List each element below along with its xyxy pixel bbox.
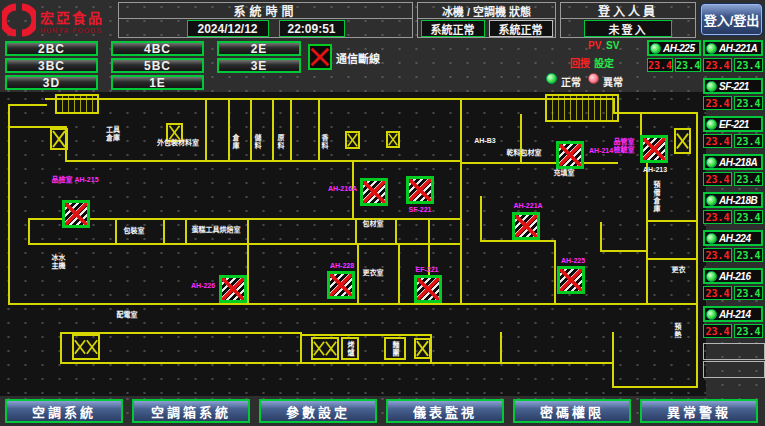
abnormal-legend-label: 異常: [603, 74, 623, 89]
disconnect-marker-ah-213[interactable]: [640, 135, 668, 163]
unit-status-ah-216[interactable]: AH-216: [703, 268, 763, 284]
nav-parameter-settings-button[interactable]: 參數設定: [259, 399, 377, 423]
shaft-double-icon: [311, 337, 339, 360]
unit-status-ef-221[interactable]: EF-221: [703, 116, 763, 132]
pv-value: 23.4: [703, 286, 732, 300]
pv-value: 23.4: [703, 248, 732, 262]
unit-status-ah-218a[interactable]: AH-218A: [703, 154, 763, 170]
empty-slot: [703, 343, 765, 360]
room-label: 更衣: [670, 266, 687, 274]
room-box: 烤爐: [341, 337, 359, 360]
empty-slot: [703, 361, 765, 378]
disconnect-marker-ah-226[interactable]: [219, 275, 247, 303]
unit-name: AH-218B: [719, 195, 757, 206]
login-label: 登入人員: [561, 3, 695, 19]
status-led-icon: [706, 43, 717, 54]
unit-name: EF-221: [719, 119, 749, 130]
disconnect-marker-ah-215[interactable]: [62, 200, 90, 228]
brand-name-en: HUNYA FOODS: [40, 27, 104, 34]
disconnect-marker-ah-228[interactable]: [327, 271, 355, 299]
chiller-status-value: 系統正常: [421, 20, 485, 37]
sv-value: 23.4: [675, 58, 701, 72]
room-label: AH-213: [640, 166, 670, 174]
disconnect-marker-ef-221[interactable]: [414, 275, 442, 303]
unit-status-ah-225[interactable]: AH-225: [647, 40, 701, 56]
login-status-value: 未登入: [584, 20, 672, 37]
disconnect-legend-icon: [308, 44, 332, 70]
marker-label: AH-216A: [326, 185, 359, 193]
pv-value: 23.4: [703, 172, 732, 186]
disconnect-marker-ah-216a[interactable]: [360, 178, 388, 206]
disconnect-marker-ah-221a[interactable]: [512, 212, 540, 240]
nav-ahu-system-button[interactable]: 空調箱系統: [132, 399, 250, 423]
floor-button-2bc[interactable]: 2BC: [5, 41, 98, 56]
pv-label: PV: [588, 40, 601, 51]
login-section: 登入人員 未登入: [560, 2, 696, 38]
unit-name: SF-221: [719, 81, 749, 92]
room-label: 儲料: [253, 128, 261, 156]
room-label: 倉庫: [231, 128, 239, 156]
floor-plan: 烤爐 麵團 品檢室 AH-215 AH-216A SF-221 AH-214 品…: [0, 92, 706, 396]
floor-button-3bc[interactable]: 3BC: [5, 58, 98, 73]
room-box: 麵團: [384, 337, 406, 360]
floor-button-1e[interactable]: 1E: [111, 75, 204, 90]
marker-label: EF-221: [412, 266, 442, 274]
nav-hvac-system-button[interactable]: 空調系統: [5, 399, 123, 423]
stair-icon: [55, 94, 99, 114]
room-label-dough: 麵團: [390, 341, 400, 357]
nav-alarm-button[interactable]: 異常警報: [640, 399, 758, 423]
unit-values: 23.4 23.4: [703, 172, 763, 186]
unit-values: 23.4 23.4: [703, 248, 763, 262]
unit-name: AH-218A: [719, 157, 757, 168]
floor-button-2e[interactable]: 2E: [217, 41, 301, 56]
unit-status-ah-214[interactable]: AH-214: [703, 306, 763, 322]
normal-legend-label: 正常: [561, 74, 581, 89]
unit-status-ah-218b[interactable]: AH-218B: [703, 192, 763, 208]
sv-value: 23.4: [734, 248, 763, 262]
sv-value: 23.4: [734, 172, 763, 186]
disconnect-marker-ah-214[interactable]: [556, 141, 584, 169]
unit-status-ah-224[interactable]: AH-224: [703, 230, 763, 246]
nav-password-permission-button[interactable]: 密碼權限: [513, 399, 631, 423]
login-logout-button[interactable]: 登入/登出: [701, 4, 762, 35]
unit-values: 23.4 23.4: [703, 324, 763, 338]
status-led-icon: [650, 43, 661, 54]
floor-button-3d[interactable]: 3D: [5, 75, 98, 90]
sv-label: SV: [606, 40, 619, 51]
disconnect-legend-label: 通信斷線: [336, 50, 380, 66]
unit-values: 23.4 23.4: [703, 134, 763, 148]
marker-label: AH-225: [556, 257, 590, 265]
room-label: 蛋糕工具烘焙室: [188, 226, 244, 234]
shaft-icon: [386, 131, 400, 148]
disconnect-marker-sf-221[interactable]: [406, 176, 434, 204]
unit-name: AH-224: [719, 233, 750, 244]
floor-button-3e[interactable]: 3E: [217, 58, 301, 73]
shaft-icon: [345, 131, 360, 149]
marker-label: 品管室 檢驗室: [612, 138, 636, 154]
sv-value: 23.4: [734, 324, 763, 338]
nav-meter-monitor-button[interactable]: 儀表監視: [386, 399, 504, 423]
unit-status-sf-221[interactable]: SF-221: [703, 78, 763, 94]
brand-name: 宏亞食品: [40, 7, 104, 27]
room-label: 預備倉庫: [652, 176, 660, 218]
sv-value: 23.4: [734, 286, 763, 300]
system-date-value: 2024/12/12: [187, 20, 269, 37]
pv-value: 23.4: [703, 210, 732, 224]
shaft-icon: [414, 338, 431, 359]
floor-button-5bc[interactable]: 5BC: [111, 58, 204, 73]
status-led-icon: [706, 271, 717, 282]
system-time-section: 系統時間 2024/12/12 22:09:51: [118, 2, 413, 38]
brand-logo-icon: [2, 3, 36, 37]
unit-values: 23.4 23.4: [703, 210, 763, 224]
unit-status-ah-221a[interactable]: AH-221A: [703, 40, 763, 56]
room-label: 充填室: [550, 169, 578, 177]
floor-button-4bc[interactable]: 4BC: [111, 41, 204, 56]
room-label: 香料: [320, 128, 328, 156]
disconnect-marker-ah-225[interactable]: [557, 266, 585, 294]
room-label: 原料: [276, 128, 284, 156]
machine-status-section: 冰機 / 空調機 狀態 系統正常 系統正常: [417, 2, 556, 38]
room-label: 冰水主機: [50, 254, 67, 270]
status-led-icon: [706, 157, 717, 168]
room-label: 預熱: [673, 320, 681, 342]
ahu-status-value: 系統正常: [489, 20, 553, 37]
